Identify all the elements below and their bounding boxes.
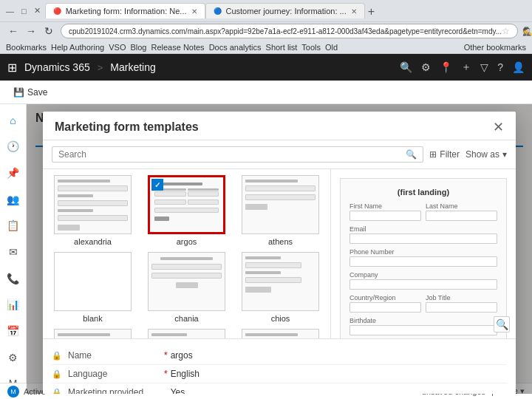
template-item-alexandria[interactable]: alexandria	[49, 175, 137, 246]
bookmark-tools[interactable]: Tools	[301, 43, 321, 52]
tab-customer-journey[interactable]: 🔵 Customer journey: Information: ... ✕	[205, 3, 365, 18]
sidebar-home[interactable]: ⌂	[3, 110, 24, 131]
template-item-corfu[interactable]: corfu	[49, 329, 137, 338]
tab-marketing-form[interactable]: 🔴 Marketing form: Information: Ne... ✕	[45, 3, 205, 18]
tab-bar: 🔴 Marketing form: Information: Ne... ✕ 🔵…	[45, 3, 526, 18]
star-icon[interactable]: ☆	[502, 26, 510, 36]
sidebar-phone[interactable]: 📞	[3, 268, 24, 289]
detail-row-marketing: 🔒 Marketing provided * Yes	[52, 383, 507, 394]
template-thumb-kalamata[interactable]	[242, 329, 319, 338]
sidebar-mail[interactable]: ✉	[3, 242, 24, 262]
zoom-button[interactable]: 🔍	[494, 316, 510, 332]
detail-label-name: Name	[68, 350, 164, 361]
preview-form: (first landing) First Name Last Name	[340, 178, 507, 338]
modal-toolbar: 🔍 ⊞ Filter Show as ▾	[43, 140, 516, 169]
template-name-blank: blank	[83, 314, 102, 323]
template-thumb-blank[interactable]	[54, 252, 132, 311]
plus-icon[interactable]: ＋	[461, 61, 471, 74]
preview-field-country: Country/Region	[349, 294, 421, 313]
template-name-chios: chios	[271, 314, 290, 323]
modal-dialog: Marketing form templates ✕ 🔍 ⊞ Filter Sh…	[43, 112, 516, 394]
bookmark-other[interactable]: Other bookmarks	[464, 43, 526, 52]
template-thumb-athens[interactable]	[242, 175, 319, 234]
template-thumb-chios[interactable]	[242, 252, 319, 311]
search-box[interactable]: 🔍	[52, 146, 423, 163]
detail-label-marketing: Marketing provided	[68, 387, 164, 394]
detail-row-language: 🔒 Language * English	[52, 365, 507, 383]
detail-value-marketing: Yes	[171, 387, 185, 394]
incognito-icon: 🕵	[522, 27, 532, 36]
modal-overlay: Marketing form templates ✕ 🔍 ⊞ Filter Sh…	[27, 104, 532, 394]
template-thumb-heraklion[interactable]	[148, 329, 225, 338]
bookmark-blog[interactable]: Blog	[130, 43, 146, 52]
lock-icon-name: 🔒	[52, 351, 62, 361]
template-grid[interactable]: alexandria	[43, 169, 331, 338]
bookmark-old[interactable]: Old	[325, 43, 338, 52]
template-item-argos[interactable]: argos	[143, 175, 231, 246]
grid-icon[interactable]: ⊞	[7, 61, 17, 75]
detail-value-language: English	[171, 369, 200, 379]
template-preview: (first landing) First Name Last Name	[331, 169, 516, 338]
template-item-chios[interactable]: chios	[236, 252, 324, 323]
show-as-button[interactable]: Show as ▾	[466, 149, 507, 160]
help-icon[interactable]: ?	[497, 61, 503, 73]
url-bar[interactable]: cpub20191024.crm3.dynamics.com/main.aspx…	[61, 24, 518, 38]
bookmark-release-notes[interactable]: Release Notes	[151, 43, 204, 52]
detail-row-name: 🔒 Name * argos	[52, 347, 507, 365]
preview-field-email: Email	[349, 225, 497, 244]
template-item-kalamata[interactable]: kalamata	[236, 329, 324, 338]
filter-button[interactable]: ⊞ Filter	[429, 149, 460, 160]
app-brand[interactable]: Dynamics 365	[24, 61, 90, 73]
preview-field-row-5: Country/Region Job Title	[349, 294, 497, 313]
modal-close-button[interactable]: ✕	[493, 120, 504, 134]
app-bar-actions: 🔍 ⚙ 📍 ＋ ▽ ? 👤	[400, 61, 525, 74]
template-item-athens[interactable]: athens	[236, 175, 324, 246]
chevron-down-icon: ▾	[502, 149, 507, 160]
refresh-button[interactable]: ↻	[41, 24, 56, 38]
bookmark-short-list[interactable]: Short list	[266, 43, 298, 52]
bookmark-docs-analytics[interactable]: Docs analytics	[209, 43, 262, 52]
settings-icon[interactable]: ⚙	[421, 61, 431, 73]
back-button[interactable]: ←	[6, 24, 21, 38]
template-details: 🔒 Name * argos 🔒 Language * English 🔒 Ma…	[43, 338, 516, 394]
detail-required-name: *	[164, 350, 168, 361]
template-thumb-alexandria[interactable]	[54, 175, 132, 234]
preview-field-phone: Phone Number	[349, 248, 497, 267]
sidebar-reports[interactable]: 📊	[3, 294, 24, 315]
preview-field-row-1: First Name Last Name	[349, 202, 497, 221]
sidebar-activities[interactable]: 📋	[3, 216, 24, 236]
modal-body: alexandria	[43, 169, 516, 338]
sidebar-calendar[interactable]: 📅	[3, 321, 24, 341]
template-item-chania[interactable]: chania	[143, 252, 231, 323]
template-thumb-chania[interactable]	[148, 252, 225, 311]
tab-close-1[interactable]: ✕	[191, 7, 197, 16]
search-input[interactable]	[58, 149, 406, 160]
app-module[interactable]: Marketing	[110, 61, 155, 73]
preview-field-row-2: Email	[349, 225, 497, 244]
bookmark-bookmarks[interactable]: Bookmarks	[6, 43, 47, 52]
template-thumb-argos[interactable]	[148, 175, 225, 234]
template-name-alexandria: alexandria	[74, 237, 112, 246]
bookmark-vso[interactable]: VSO	[109, 43, 126, 52]
user-icon[interactable]: 👤	[512, 61, 525, 73]
location-icon[interactable]: 📍	[440, 61, 452, 73]
main-area: ⌂ 🕐 📌 👥 📋 ✉ 📞 📊 📅 ⚙ M New M... Design Su…	[0, 104, 532, 394]
window-controls: — □ ✕	[6, 6, 41, 16]
sidebar-recent[interactable]: 🕐	[3, 137, 24, 157]
new-tab-button[interactable]: +	[365, 5, 378, 18]
template-item-heraklion[interactable]: heraklion	[143, 329, 231, 338]
tab-close-2[interactable]: ✕	[351, 7, 357, 16]
forward-button[interactable]: →	[24, 24, 38, 38]
template-item-blank[interactable]: blank	[49, 252, 137, 323]
sidebar-settings[interactable]: ⚙	[3, 347, 24, 368]
search-icon[interactable]: 🔍	[400, 61, 412, 73]
filter-icon[interactable]: ▽	[480, 61, 488, 73]
template-thumb-corfu[interactable]	[54, 329, 132, 338]
browser-chrome: — □ ✕ 🔴 Marketing form: Information: Ne.…	[0, 0, 532, 22]
sidebar-contacts[interactable]: 👥	[3, 189, 24, 210]
preview-field-firstname: First Name	[349, 202, 421, 221]
app-bar: ⊞ Dynamics 365 > Marketing 🔍 ⚙ 📍 ＋ ▽ ? 👤	[0, 54, 532, 81]
bookmark-help-authoring[interactable]: Help Authoring	[51, 43, 104, 52]
sidebar-pinned[interactable]: 📌	[3, 163, 24, 183]
save-button[interactable]: 💾 Save	[7, 84, 53, 100]
